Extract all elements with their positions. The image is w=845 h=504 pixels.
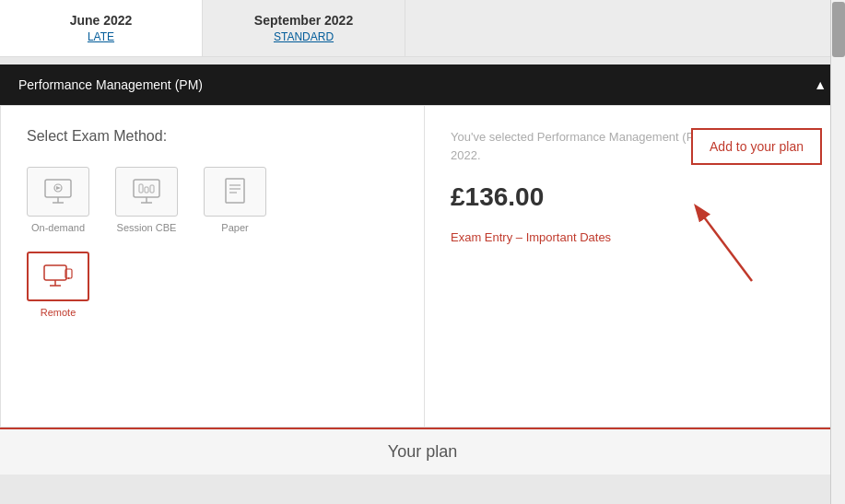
remote-label: Remote <box>41 307 76 318</box>
tab-sep2022[interactable]: September 2022 STANDARD <box>203 0 405 56</box>
your-plan-label: Your plan <box>388 442 457 461</box>
add-to-plan-button[interactable]: Add to your plan <box>691 128 822 165</box>
exam-method-remote[interactable]: Remote <box>27 252 89 318</box>
exam-methods-bottom-row: Remote <box>27 252 398 318</box>
tab-remainder <box>405 0 845 56</box>
on-demand-icon <box>27 167 89 217</box>
svg-rect-5 <box>134 180 159 197</box>
svg-rect-9 <box>145 187 148 193</box>
svg-rect-15 <box>44 265 66 280</box>
section-header[interactable]: Performance Management (PM) ▲ <box>0 64 845 105</box>
section-header-title: Performance Management (PM) <box>18 77 203 92</box>
remote-icon <box>27 252 89 301</box>
svg-marker-4 <box>56 186 61 190</box>
tab-june2022-title: June 2022 <box>70 13 133 28</box>
left-panel: Select Exam Method: On-demand <box>1 106 425 427</box>
paper-label: Paper <box>221 222 248 233</box>
tabs-row: June 2022 LATE September 2022 STANDARD <box>0 0 845 57</box>
main-content: Select Exam Method: On-demand <box>0 105 845 428</box>
svg-rect-11 <box>226 179 244 203</box>
exam-method-on-demand[interactable]: On-demand <box>27 167 89 233</box>
exam-method-paper[interactable]: Paper <box>204 167 266 233</box>
svg-point-19 <box>68 277 70 279</box>
exam-methods-top-row: On-demand Session CBE <box>27 167 398 233</box>
session-cbe-icon <box>115 167 178 217</box>
your-plan-strip: Your plan <box>0 428 845 475</box>
svg-line-21 <box>697 207 752 281</box>
tab-sep2022-subtitle: STANDARD <box>274 30 334 43</box>
on-demand-label: On-demand <box>31 222 85 233</box>
session-cbe-label: Session CBE <box>117 222 177 233</box>
right-panel: You've selected Performance Management (… <box>425 106 844 427</box>
tab-june2022[interactable]: June 2022 LATE <box>0 0 203 56</box>
scrollbar[interactable] <box>830 0 845 504</box>
svg-rect-10 <box>150 185 154 193</box>
tab-june2022-subtitle: LATE <box>88 30 114 43</box>
price-display: £136.00 <box>451 182 818 212</box>
page-wrapper: June 2022 LATE September 2022 STANDARD P… <box>0 0 845 504</box>
tab-sep2022-title: September 2022 <box>254 13 353 28</box>
select-exam-label: Select Exam Method: <box>27 128 398 145</box>
scrollbar-thumb[interactable] <box>832 2 845 57</box>
exam-entry-link[interactable]: Exam Entry – Important Dates <box>451 230 611 244</box>
svg-rect-8 <box>139 184 143 193</box>
exam-method-session-cbe[interactable]: Session CBE <box>115 167 178 233</box>
collapse-arrow-icon[interactable]: ▲ <box>814 77 827 92</box>
paper-icon <box>204 167 266 217</box>
